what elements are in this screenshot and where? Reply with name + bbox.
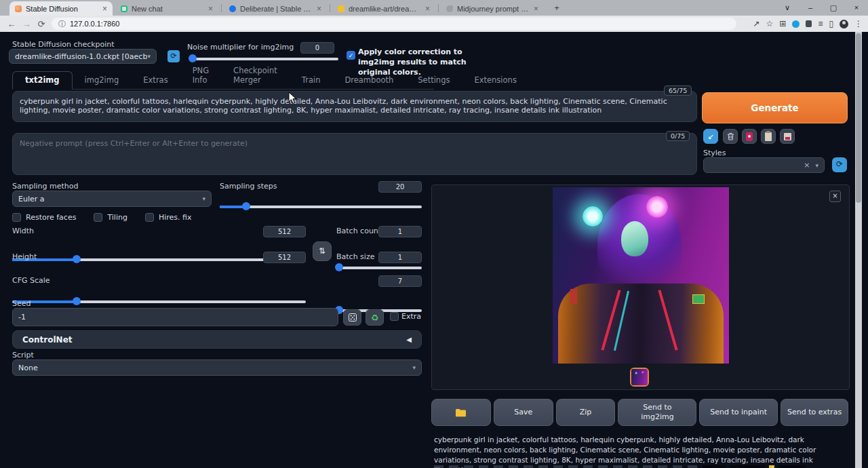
profile-avatar[interactable] — [840, 20, 848, 28]
controlnet-accordion[interactable]: ControlNet ◀ — [12, 330, 422, 349]
close-gallery-button[interactable]: × — [829, 191, 841, 202]
restore-faces-checkbox[interactable] — [12, 213, 21, 222]
window-maximize-button[interactable]: ▢ — [822, 0, 845, 16]
address-bar[interactable]: ⓘ 127.0.0.1:7860 — [52, 18, 736, 30]
height-label: Height — [12, 252, 37, 261]
pinned-extension-icon[interactable] — [806, 20, 812, 27]
browser-tab-stable-diffusion[interactable]: Stable Diffusion × — [9, 1, 113, 16]
noise-multiplier-slider[interactable] — [191, 54, 338, 62]
tab-close-icon[interactable]: × — [317, 5, 321, 13]
browser-menu-icon[interactable]: ⋮ — [854, 19, 863, 28]
tab-close-icon[interactable]: × — [534, 5, 538, 13]
back-icon[interactable]: ← — [4, 19, 19, 29]
styles-refresh-button[interactable]: ⟳ — [832, 157, 847, 172]
url-text[interactable]: 127.0.0.1:7860 — [70, 20, 119, 28]
sampling-method-value: Euler a — [18, 195, 45, 203]
hires-fix-option[interactable]: Hires. fix — [145, 213, 192, 222]
scrollbar-thumb[interactable] — [856, 33, 861, 203]
window-close-button[interactable]: × — [845, 0, 868, 16]
sampling-method-dropdown[interactable]: Euler a ▾ — [12, 191, 212, 207]
browser-tab-new-chat[interactable]: New chat × — [115, 1, 218, 16]
tab-img2img[interactable]: img2img — [73, 72, 132, 89]
tab-extras[interactable]: Extras — [131, 72, 180, 89]
clear-prompt-button[interactable] — [723, 129, 738, 144]
noise-multiplier-label: Noise multiplier for img2img — [187, 43, 294, 52]
batch-size-value[interactable]: 1 — [378, 252, 422, 263]
zip-button[interactable]: Zip — [556, 399, 616, 426]
open-folder-button[interactable] — [431, 399, 491, 426]
height-value[interactable]: 512 — [263, 252, 306, 263]
apps-grid-icon[interactable]: ⊞ — [779, 19, 786, 28]
dreamlike-favicon — [338, 5, 344, 12]
restore-faces-option[interactable]: Restore faces — [12, 213, 76, 222]
site-info-icon[interactable]: ⓘ — [58, 19, 66, 29]
tab-close-icon[interactable]: × — [102, 5, 107, 13]
tab-dreambooth[interactable]: Dreambooth — [332, 72, 406, 89]
forward-icon[interactable]: → — [19, 19, 34, 29]
tiling-checkbox[interactable] — [94, 213, 102, 222]
browser-tab-dreamlike[interactable]: dreamlike-art/dreamlike-diffusio × — [332, 1, 435, 16]
script-dropdown[interactable]: None ▾ — [12, 359, 422, 376]
tab-png-info[interactable]: PNG Info — [180, 62, 221, 89]
send-to-extras-button[interactable]: Send to extras — [781, 399, 848, 426]
clear-styles-icon[interactable]: × — [804, 161, 810, 170]
browser-tab-midjourney[interactable]: Midjourney prompt examples : L × — [441, 1, 544, 16]
checkpoint-dropdown[interactable]: dreamlike-diffusion-1.0.ckpt [0aecbcfa2c… — [9, 49, 157, 64]
tab-settings[interactable]: Settings — [406, 72, 462, 89]
send-to-inpaint-button[interactable]: Send to inpaint — [699, 399, 778, 426]
save-button[interactable]: Save — [494, 399, 553, 426]
tiling-option[interactable]: Tiling — [94, 213, 127, 222]
share-icon[interactable]: ↗ — [753, 19, 760, 28]
prompt-input[interactable]: cyberpunk girl in jacket, colorful tatto… — [12, 91, 697, 122]
negative-prompt-input[interactable] — [12, 133, 697, 175]
color-correction-checkbox[interactable]: ✓ — [347, 51, 355, 60]
checkpoint-refresh-button[interactable]: ⟳ — [167, 50, 180, 62]
width-slider[interactable] — [12, 255, 306, 263]
bookmark-star-icon[interactable]: ☆ — [766, 19, 774, 28]
chevron-down-icon: ▾ — [202, 195, 205, 202]
cfg-scale-label: CFG Scale — [12, 276, 50, 285]
window-chevron-icon[interactable]: ∨ — [776, 0, 799, 16]
send-to-img2img-button[interactable]: Send to img2img — [618, 399, 696, 426]
tab-train[interactable]: Train — [290, 72, 333, 89]
new-tab-button[interactable]: + — [551, 2, 563, 14]
media-control-icon[interactable] — [792, 20, 800, 28]
tab-checkpoint-merger[interactable]: Checkpoint Merger — [221, 62, 290, 89]
generate-button[interactable]: Generate — [702, 92, 848, 123]
noise-multiplier-value[interactable]: 0 — [300, 42, 334, 54]
reading-list-icon[interactable]: ≡ — [818, 19, 823, 28]
width-value[interactable]: 512 — [263, 226, 306, 237]
tab-close-icon[interactable]: × — [425, 5, 430, 13]
batch-count-value[interactable]: 1 — [378, 226, 422, 237]
extra-seed-checkbox[interactable] — [390, 312, 399, 321]
sampling-steps-slider[interactable] — [220, 202, 422, 210]
gallery-thumbnail[interactable] — [630, 368, 649, 387]
styles-dropdown[interactable]: × ▾ — [703, 157, 825, 173]
paste-params-button[interactable]: ↙ — [703, 129, 718, 144]
tab-txt2img[interactable]: txt2img — [12, 71, 73, 90]
reload-icon[interactable]: ⟳ — [34, 19, 49, 29]
cfg-scale-value[interactable]: 7 — [378, 275, 422, 287]
negative-token-counter: 0/75 — [666, 131, 690, 141]
save-style-button[interactable] — [780, 129, 795, 144]
hires-fix-checkbox[interactable] — [145, 213, 154, 222]
height-slider[interactable] — [12, 297, 306, 305]
swap-dimensions-button[interactable]: ⇅ — [313, 241, 332, 261]
tab-extensions[interactable]: Extensions — [462, 72, 528, 89]
page-scrollbar[interactable] — [855, 32, 862, 468]
tab-close-icon[interactable]: × — [208, 5, 213, 13]
seed-input[interactable]: -1 — [12, 308, 338, 326]
random-seed-button[interactable] — [343, 309, 361, 326]
apply-style-button[interactable] — [761, 129, 776, 144]
window-minimize-button[interactable]: – — [799, 0, 822, 16]
trash-icon — [727, 132, 734, 140]
generated-image[interactable] — [553, 187, 729, 364]
sampling-steps-value[interactable]: 20 — [378, 181, 422, 193]
tab-title: dreamlike-art/dreamlike-diffusio — [349, 5, 421, 13]
extra-networks-button[interactable] — [742, 129, 757, 144]
browser-tab-deliberate[interactable]: Deliberate | Stable Diffusion Che × — [224, 1, 327, 16]
side-panel-icon[interactable]: ▯ — [829, 19, 833, 28]
batch-count-slider[interactable] — [336, 263, 422, 271]
reuse-seed-button[interactable]: ♻ — [366, 309, 384, 326]
tab-title: Deliberate | Stable Diffusion Che — [240, 5, 313, 13]
